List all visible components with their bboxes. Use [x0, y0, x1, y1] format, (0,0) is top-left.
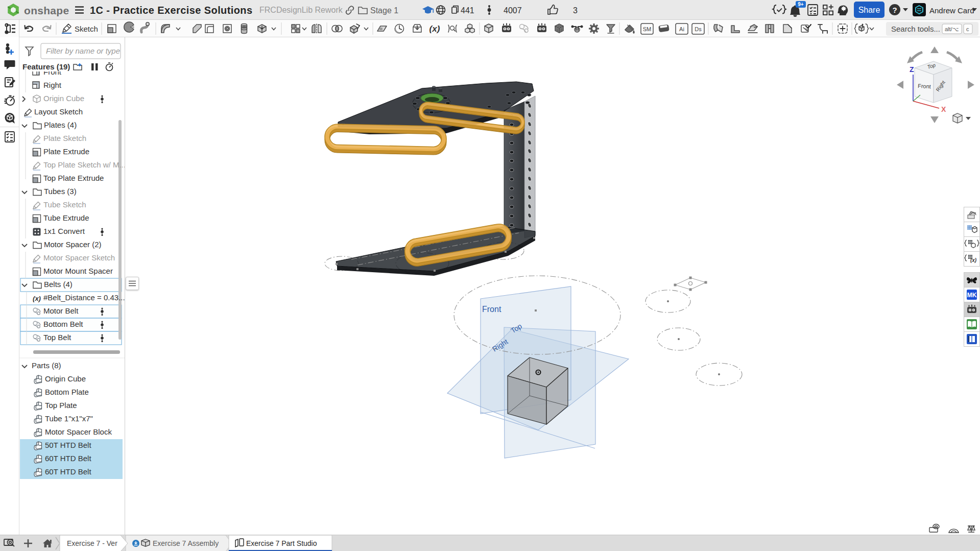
svg-text:9+: 9+ [798, 2, 804, 7]
svg-text:?: ? [892, 6, 897, 14]
svg-text:Search tools...: Search tools... [891, 25, 940, 33]
svg-text:Share: Share [858, 6, 880, 14]
svg-text:Ai: Ai [679, 26, 684, 32]
svg-text:Ds: Ds [695, 26, 702, 32]
svg-text:Z: Z [910, 65, 914, 74]
svg-text:Sketch: Sketch [75, 25, 98, 33]
svg-text:(x): (x) [33, 295, 41, 302]
svg-text:c: c [966, 26, 969, 32]
svg-text:alt/⌥: alt/⌥ [945, 26, 959, 32]
svg-text:Front: Front [482, 305, 501, 314]
svg-text:SM: SM [643, 26, 652, 32]
svg-text:MK: MK [967, 292, 977, 299]
svg-text:(x): (x) [429, 24, 440, 34]
svg-text:Filter by name or type: Filter by name or type [46, 46, 120, 55]
svg-text:(x): (x) [970, 257, 977, 263]
svg-text:Front: Front [918, 83, 931, 89]
svg-text:Features (19): Features (19) [22, 62, 70, 71]
svg-text:X: X [941, 105, 946, 113]
